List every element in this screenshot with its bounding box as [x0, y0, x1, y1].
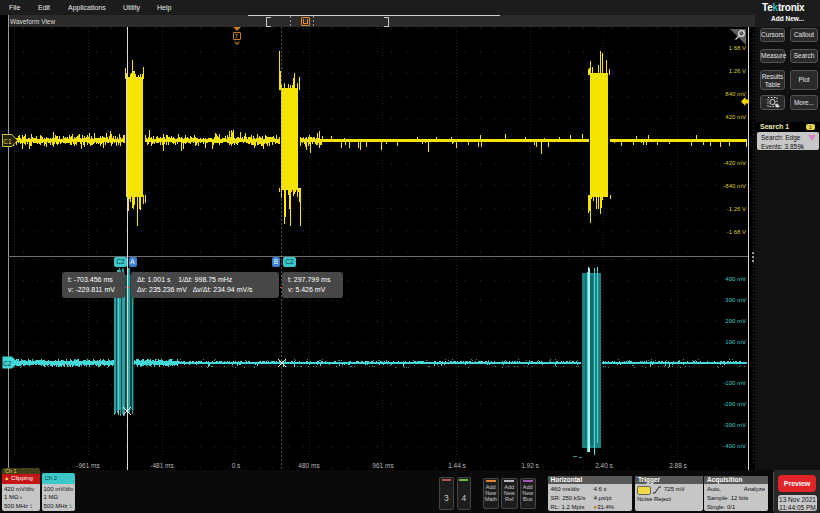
svg-text:C2: C2 — [3, 360, 12, 367]
svg-text:C1: C1 — [3, 138, 12, 145]
